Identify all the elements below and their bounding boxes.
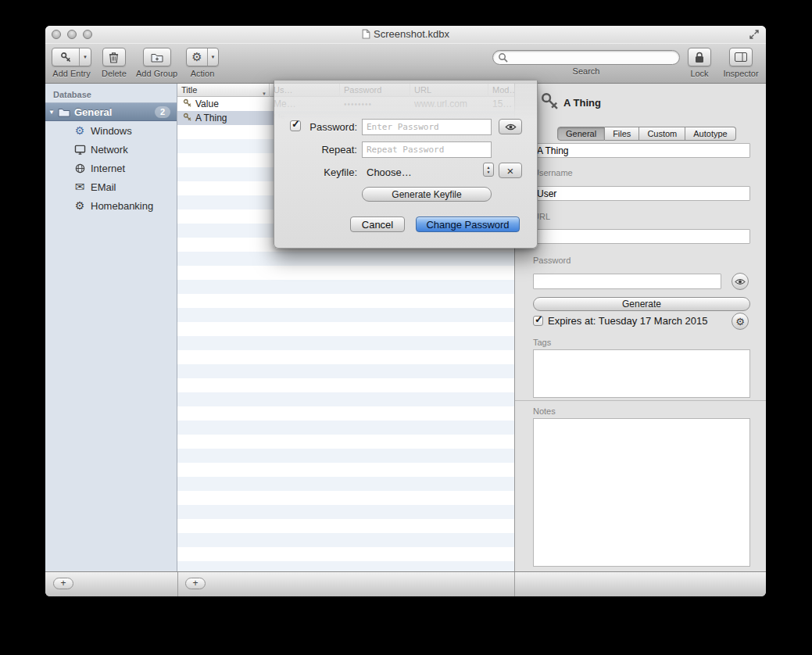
expires-checkbox[interactable]: ✓ [533,316,543,326]
notes-label: Notes [533,406,556,416]
password-checkbox[interactable]: ✓ [290,120,301,131]
username-field[interactable] [533,186,750,201]
action-label: Action [191,69,215,78]
window-title-text: Screenshot.kdbx [374,28,449,40]
add-entry-footer-button[interactable]: + [185,578,206,589]
sheet-reveal-password-button[interactable] [499,119,522,134]
sidebar-item-internet[interactable]: Internet [45,159,177,177]
sort-arrow-icon: ▼ [262,88,266,97]
eye-icon [505,123,517,131]
tab-general[interactable]: General [557,127,605,141]
close-icon: × [507,164,514,177]
stepper-down-icon: ▼ [487,170,491,174]
key-icon [179,98,192,110]
add-entry-button[interactable]: ▼ [52,48,91,66]
change-password-sheet: ✓ Password: Repeat: Keyfile: Choose… ▲ ▼… [274,81,538,249]
tab-files[interactable]: Files [605,127,639,141]
clear-keyfile-button[interactable]: × [499,163,522,178]
eye-icon [735,278,746,285]
inspector-panel-icon [735,52,747,62]
inspector-title: A Thing [563,97,601,109]
check-icon: ✓ [535,313,543,325]
tags-label: Tags [533,338,551,347]
add-group-button[interactable] [143,48,171,66]
sidebar-item-homebanking[interactable]: ⚙ Homebanking [45,196,177,215]
add-group-footer-button[interactable]: + [53,578,73,589]
sidebar-item-label: Internet [91,163,125,174]
search-field[interactable] [492,50,680,65]
folder-plus-icon [151,52,163,63]
disclosure-triangle-icon[interactable]: ▼ [45,109,58,116]
generate-keyfile-button[interactable]: Generate Keyfile [362,187,492,202]
gear-icon: ⚙ [735,316,745,328]
sheet-repeat-label: Repeat: [288,144,357,156]
tab-autotype[interactable]: Autotype [685,127,735,141]
check-icon: ✓ [292,118,300,130]
action-dropdown-arrow[interactable]: ▼ [207,48,218,66]
key-icon [60,52,72,63]
inspector-tabs: General Files Custom Autotype [557,127,736,141]
sidebar-item-email[interactable]: ✉ EMail [45,177,177,196]
zoom-button[interactable] [83,30,92,39]
fullscreen-icon[interactable] [749,29,760,40]
cancel-button[interactable]: Cancel [350,217,405,232]
window-title: Screenshot.kdbx [45,26,766,43]
footer-separator [514,572,515,596]
column-header-title[interactable]: Title ▼ [177,84,270,97]
inspector-panel: A Thing General Files Custom Autotype Us… [514,84,766,571]
globe-icon [72,163,88,174]
keyfile-stepper[interactable]: ▲ ▼ [483,163,494,177]
search-input[interactable] [508,52,674,63]
generate-password-button[interactable]: Generate [533,297,750,311]
password-field[interactable] [533,274,721,289]
username-label: Username [533,168,573,177]
inspector-button[interactable] [729,48,753,66]
expires-settings-button[interactable]: ⚙ [732,313,749,330]
lock-button[interactable] [688,48,711,66]
group-count-badge: 2 [155,106,170,118]
section-divider [515,400,766,401]
gear-icon: ⚙ [187,48,207,66]
lock-icon [695,52,704,63]
group-label: General [74,106,112,118]
sheet-password-input[interactable] [362,119,492,135]
tags-textarea[interactable] [533,349,750,398]
gear-icon: ⚙ [72,124,88,137]
add-group-label: Add Group [136,69,177,78]
sidebar-group-general[interactable]: ▼ General 2 [45,102,177,121]
delete-button[interactable] [102,48,126,66]
folder-icon [58,107,70,117]
add-entry-dropdown-arrow[interactable]: ▼ [79,48,91,66]
notes-textarea[interactable] [533,418,750,567]
cell-title: A Thing [191,113,270,123]
sidebar-item-label: Windows [91,125,132,137]
sheet-repeat-input[interactable] [362,141,492,158]
cell-title: Value [191,98,270,109]
sheet-password-label: Password: [304,121,357,133]
key-icon [540,91,560,115]
sidebar-item-network[interactable]: Network [45,140,177,159]
inspector-label: Inspector [723,69,758,78]
titlebar[interactable]: Screenshot.kdbx [45,26,766,43]
minimize-button[interactable] [67,30,77,39]
change-password-button[interactable]: Change Password [416,217,520,232]
title-field[interactable] [533,143,750,158]
search-icon [498,52,508,63]
search-label: Search [573,66,600,76]
add-entry-label: Add Entry [52,69,90,78]
footer-separator [177,572,178,596]
action-button[interactable]: ⚙ ▼ [186,48,219,66]
keyfile-popup[interactable]: Choose… [367,166,412,178]
expires-label: Expires at: Tuesday 17 March 2015 [548,315,708,327]
reveal-password-button[interactable] [732,273,749,290]
sidebar-item-windows[interactable]: ⚙ Windows [45,121,177,140]
app-window: Screenshot.kdbx ▼ Add Entry Delete [45,26,766,596]
lock-label: Lock [690,69,708,78]
sidebar-item-label: Homebanking [91,200,153,212]
url-field[interactable] [533,229,750,244]
gear-icon: ⚙ [72,199,88,212]
close-button[interactable] [52,30,61,39]
trash-icon [109,52,119,63]
tab-custom[interactable]: Custom [639,127,685,141]
sidebar: Database ▼ General 2 ⚙ Windows Network I… [45,84,177,571]
